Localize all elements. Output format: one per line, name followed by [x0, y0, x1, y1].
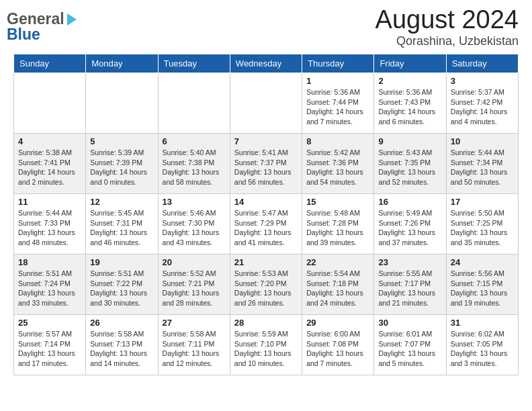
logo: General Blue [7, 11, 77, 42]
day-number: 3 [451, 76, 514, 86]
calendar-week-row: 25Sunrise: 5:57 AM Sunset: 7:14 PM Dayli… [14, 315, 519, 375]
day-number: 13 [163, 197, 226, 207]
calendar-cell: 12Sunrise: 5:45 AM Sunset: 7:31 PM Dayli… [86, 194, 158, 255]
day-info: Sunrise: 6:01 AM Sunset: 7:07 PM Dayligh… [378, 329, 441, 369]
calendar-cell: 5Sunrise: 5:39 AM Sunset: 7:39 PM Daylig… [86, 134, 158, 194]
day-info: Sunrise: 6:02 AM Sunset: 7:05 PM Dayligh… [451, 329, 514, 369]
day-info: Sunrise: 5:39 AM Sunset: 7:39 PM Dayligh… [90, 148, 153, 187]
calendar-week-row: 11Sunrise: 5:44 AM Sunset: 7:33 PM Dayli… [14, 194, 519, 255]
day-info: Sunrise: 5:55 AM Sunset: 7:17 PM Dayligh… [378, 269, 441, 308]
calendar-cell: 8Sunrise: 5:42 AM Sunset: 7:36 PM Daylig… [302, 134, 374, 194]
calendar-cell: 19Sunrise: 5:51 AM Sunset: 7:22 PM Dayli… [86, 255, 158, 315]
calendar-cell: 13Sunrise: 5:46 AM Sunset: 7:30 PM Dayli… [158, 194, 230, 255]
calendar-cell: 28Sunrise: 5:59 AM Sunset: 7:10 PM Dayli… [230, 315, 302, 375]
day-number: 4 [18, 136, 81, 146]
day-number: 20 [163, 257, 226, 267]
calendar-cell: 2Sunrise: 5:36 AM Sunset: 7:43 PM Daylig… [374, 73, 446, 134]
day-number: 1 [306, 76, 369, 86]
day-number: 21 [234, 257, 298, 267]
day-info: Sunrise: 5:54 AM Sunset: 7:18 PM Dayligh… [306, 269, 369, 308]
day-info: Sunrise: 5:38 AM Sunset: 7:41 PM Dayligh… [18, 148, 81, 187]
day-number: 10 [451, 136, 514, 146]
day-number: 17 [451, 197, 514, 207]
day-info: Sunrise: 5:49 AM Sunset: 7:26 PM Dayligh… [378, 208, 441, 248]
day-info: Sunrise: 5:59 AM Sunset: 7:10 PM Dayligh… [234, 329, 298, 369]
calendar-cell: 9Sunrise: 5:43 AM Sunset: 7:35 PM Daylig… [374, 134, 446, 194]
calendar-cell [158, 73, 230, 134]
calendar-cell: 26Sunrise: 5:58 AM Sunset: 7:13 PM Dayli… [86, 315, 158, 375]
day-info: Sunrise: 5:58 AM Sunset: 7:11 PM Dayligh… [163, 329, 226, 369]
day-number: 25 [18, 318, 81, 328]
calendar-cell: 1Sunrise: 5:36 AM Sunset: 7:44 PM Daylig… [302, 73, 374, 134]
location-title: Qorashina, Uzbekistan [375, 34, 519, 48]
calendar-cell [14, 73, 86, 134]
day-info: Sunrise: 6:00 AM Sunset: 7:08 PM Dayligh… [306, 329, 369, 369]
day-info: Sunrise: 5:43 AM Sunset: 7:35 PM Dayligh… [378, 148, 441, 187]
calendar-header-row: Sunday Monday Tuesday Wednesday Thursday… [14, 54, 519, 73]
calendar-cell: 7Sunrise: 5:41 AM Sunset: 7:37 PM Daylig… [230, 134, 302, 194]
day-number: 16 [378, 197, 441, 207]
day-info: Sunrise: 5:58 AM Sunset: 7:13 PM Dayligh… [90, 329, 153, 369]
day-number: 2 [378, 76, 441, 86]
day-number: 26 [90, 318, 153, 328]
day-info: Sunrise: 5:47 AM Sunset: 7:29 PM Dayligh… [234, 208, 298, 248]
day-number: 11 [18, 197, 81, 207]
calendar-cell: 29Sunrise: 6:00 AM Sunset: 7:08 PM Dayli… [302, 315, 374, 375]
calendar-cell: 22Sunrise: 5:54 AM Sunset: 7:18 PM Dayli… [302, 255, 374, 315]
day-info: Sunrise: 5:42 AM Sunset: 7:36 PM Dayligh… [306, 148, 369, 187]
calendar-cell: 17Sunrise: 5:50 AM Sunset: 7:25 PM Dayli… [446, 194, 518, 255]
day-number: 27 [163, 318, 226, 328]
calendar-cell: 30Sunrise: 6:01 AM Sunset: 7:07 PM Dayli… [374, 315, 446, 375]
day-info: Sunrise: 5:41 AM Sunset: 7:37 PM Dayligh… [234, 148, 298, 187]
day-info: Sunrise: 5:53 AM Sunset: 7:20 PM Dayligh… [234, 269, 298, 308]
day-info: Sunrise: 5:48 AM Sunset: 7:28 PM Dayligh… [306, 208, 369, 248]
day-info: Sunrise: 5:40 AM Sunset: 7:38 PM Dayligh… [163, 148, 226, 187]
calendar-cell: 27Sunrise: 5:58 AM Sunset: 7:11 PM Dayli… [158, 315, 230, 375]
title-block: August 2024 Qorashina, Uzbekistan [375, 5, 519, 48]
calendar-cell: 31Sunrise: 6:02 AM Sunset: 7:05 PM Dayli… [446, 315, 518, 375]
day-info: Sunrise: 5:50 AM Sunset: 7:25 PM Dayligh… [451, 208, 514, 248]
col-wednesday: Wednesday [230, 54, 302, 73]
calendar-cell: 25Sunrise: 5:57 AM Sunset: 7:14 PM Dayli… [14, 315, 86, 375]
calendar-cell: 6Sunrise: 5:40 AM Sunset: 7:38 PM Daylig… [158, 134, 230, 194]
day-info: Sunrise: 5:46 AM Sunset: 7:30 PM Dayligh… [163, 208, 226, 248]
day-number: 30 [378, 318, 441, 328]
day-info: Sunrise: 5:44 AM Sunset: 7:33 PM Dayligh… [18, 208, 81, 248]
calendar-week-row: 4Sunrise: 5:38 AM Sunset: 7:41 PM Daylig… [14, 134, 519, 194]
calendar-cell: 15Sunrise: 5:48 AM Sunset: 7:28 PM Dayli… [302, 194, 374, 255]
day-number: 18 [18, 257, 81, 267]
calendar-cell: 18Sunrise: 5:51 AM Sunset: 7:24 PM Dayli… [14, 255, 86, 315]
calendar-cell: 20Sunrise: 5:52 AM Sunset: 7:21 PM Dayli… [158, 255, 230, 315]
calendar-cell: 23Sunrise: 5:55 AM Sunset: 7:17 PM Dayli… [374, 255, 446, 315]
day-info: Sunrise: 5:57 AM Sunset: 7:14 PM Dayligh… [18, 329, 81, 369]
day-number: 15 [306, 197, 369, 207]
calendar-cell [86, 73, 158, 134]
day-number: 19 [90, 257, 153, 267]
day-number: 7 [234, 136, 298, 146]
col-thursday: Thursday [302, 54, 374, 73]
day-info: Sunrise: 5:56 AM Sunset: 7:15 PM Dayligh… [451, 269, 514, 308]
day-number: 6 [163, 136, 226, 146]
col-saturday: Saturday [446, 54, 518, 73]
calendar-cell: 11Sunrise: 5:44 AM Sunset: 7:33 PM Dayli… [14, 194, 86, 255]
logo-arrow-icon [67, 13, 77, 26]
day-info: Sunrise: 5:45 AM Sunset: 7:31 PM Dayligh… [90, 208, 153, 248]
calendar-cell: 4Sunrise: 5:38 AM Sunset: 7:41 PM Daylig… [14, 134, 86, 194]
calendar-cell: 16Sunrise: 5:49 AM Sunset: 7:26 PM Dayli… [374, 194, 446, 255]
day-info: Sunrise: 5:36 AM Sunset: 7:43 PM Dayligh… [378, 87, 441, 127]
day-number: 29 [306, 318, 369, 328]
day-number: 22 [306, 257, 369, 267]
day-number: 23 [378, 257, 441, 267]
day-info: Sunrise: 5:36 AM Sunset: 7:44 PM Dayligh… [306, 87, 369, 127]
logo-blue-text: Blue [7, 27, 77, 42]
day-info: Sunrise: 5:51 AM Sunset: 7:24 PM Dayligh… [18, 269, 81, 308]
logo-general-text: General [7, 11, 64, 27]
day-number: 5 [90, 136, 153, 146]
day-number: 9 [378, 136, 441, 146]
calendar-table: Sunday Monday Tuesday Wednesday Thursday… [13, 54, 519, 375]
calendar-cell: 21Sunrise: 5:53 AM Sunset: 7:20 PM Dayli… [230, 255, 302, 315]
calendar-cell [230, 73, 302, 134]
calendar-cell: 10Sunrise: 5:44 AM Sunset: 7:34 PM Dayli… [446, 134, 518, 194]
calendar-cell: 24Sunrise: 5:56 AM Sunset: 7:15 PM Dayli… [446, 255, 518, 315]
day-number: 14 [234, 197, 298, 207]
